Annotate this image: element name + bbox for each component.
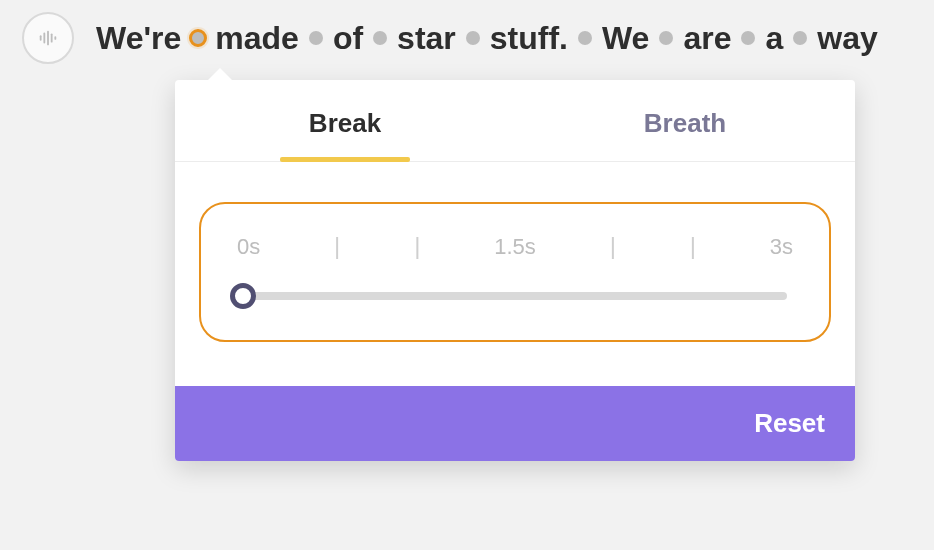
slider-frame-highlight: 0s | | 1.5s | | 3s [199,202,831,342]
slider-tick-labels: 0s | | 1.5s | | 3s [237,232,793,260]
popover-footer: Reset [175,386,855,461]
svg-rect-4 [54,36,56,40]
svg-rect-3 [51,33,53,42]
tick-label: 0s [237,234,260,260]
svg-rect-0 [40,35,42,41]
pause-dot[interactable] [741,31,755,45]
word[interactable]: way [817,20,877,57]
word[interactable]: made [215,20,299,57]
word[interactable]: a [765,20,783,57]
tick-mark: | [334,232,340,260]
pause-dot[interactable] [793,31,807,45]
audio-play-icon[interactable] [22,12,74,64]
pause-popover: Break Breath 0s | | 1.5s | | 3s Reset [175,80,855,461]
tick-mark: | [414,232,420,260]
tick-label: 1.5s [494,234,536,260]
word[interactable]: of [333,20,363,57]
tick-mark: | [610,232,616,260]
word[interactable]: are [683,20,731,57]
svg-rect-1 [43,33,45,44]
reset-button[interactable]: Reset [754,408,825,439]
word[interactable]: stuff. [490,20,568,57]
popover-tabs: Break Breath [175,80,855,162]
pause-dot[interactable] [309,31,323,45]
waveform-icon [37,27,59,49]
tab-break[interactable]: Break [175,80,515,161]
pause-dot[interactable] [578,31,592,45]
pause-dot[interactable] [466,31,480,45]
tts-text-row: We're made of star stuff. We are a way [22,8,934,68]
slider-thumb[interactable] [230,283,256,309]
duration-slider[interactable] [243,292,787,300]
tick-mark: | [690,232,696,260]
pause-dot[interactable] [659,31,673,45]
word[interactable]: star [397,20,456,57]
pause-dot-active[interactable] [189,29,207,47]
tab-breath[interactable]: Breath [515,80,855,161]
word[interactable]: We [602,20,649,57]
svg-rect-2 [47,31,49,46]
word[interactable]: We're [96,20,181,57]
slider-area: 0s | | 1.5s | | 3s [175,162,855,386]
tick-label: 3s [770,234,793,260]
pause-dot[interactable] [373,31,387,45]
